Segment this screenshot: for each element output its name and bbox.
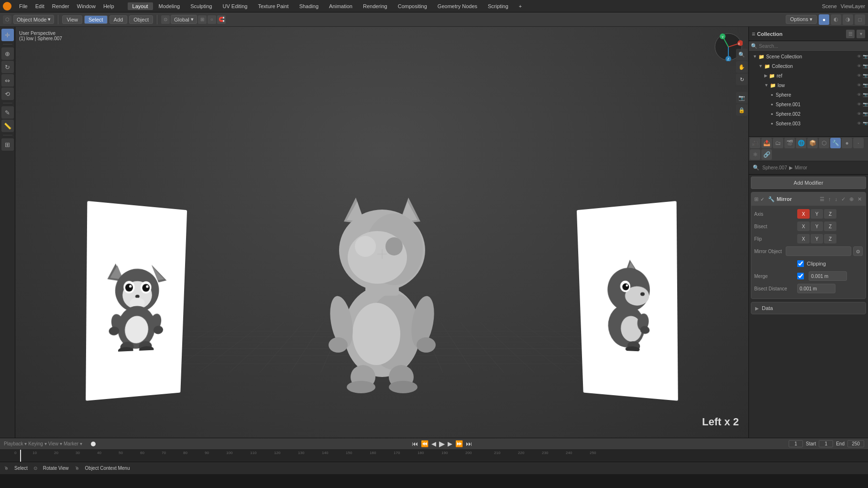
prop-tab-shader[interactable]: ● — [842, 138, 852, 148]
mirror-object-pick-btn[interactable]: ⊙ — [853, 246, 863, 256]
annotate-tool[interactable]: ✎ — [1, 106, 14, 119]
proportional-edit[interactable]: ○ — [208, 15, 216, 24]
end-frame-input[interactable] — [847, 440, 864, 447]
menu-edit[interactable]: Edit — [32, 2, 48, 10]
tree-collection[interactable]: ▼ 📁 Collection 👁 📷 — [749, 61, 868, 71]
add-btn[interactable]: Add — [110, 15, 128, 24]
next-frame-btn[interactable]: ⏩ — [455, 440, 463, 447]
mod-move-down-icon[interactable]: ↓ — [834, 195, 839, 203]
outliner-search-input[interactable] — [759, 44, 866, 49]
axis-y-btn[interactable]: Y — [811, 209, 823, 219]
transform-tool[interactable]: ⟲ — [1, 88, 14, 100]
viewport-camera-btn[interactable]: 📷 — [736, 92, 747, 103]
workspace-layout[interactable]: Layout — [128, 2, 153, 10]
play-btn[interactable]: ▶ — [439, 439, 445, 448]
tree-sphere-003[interactable]: ⚬ Sphere.003 👁 📷 — [749, 119, 868, 125]
jump-start-btn[interactable]: ⏮ — [412, 440, 418, 447]
viewport-nav-zoom[interactable]: 🔍 — [736, 49, 747, 60]
menu-file[interactable]: File — [15, 2, 32, 10]
bisect-y-btn[interactable]: Y — [811, 222, 823, 231]
tree-sphere[interactable]: ⚬ Sphere 👁 📷 — [749, 90, 868, 100]
current-frame-input[interactable] — [789, 440, 803, 447]
shade-material-btn[interactable]: ◐ — [831, 14, 841, 25]
prev-frame-btn[interactable]: ⏪ — [421, 440, 429, 447]
tree-scene-collection[interactable]: ▼ 📁 Scene Collection 👁 📷 — [749, 52, 868, 61]
prop-tab-particles[interactable]: · — [853, 138, 864, 148]
transform-orientation[interactable]: Global ▾ — [171, 15, 197, 24]
view-dropdown[interactable]: View ▾ — [48, 441, 62, 446]
rotate-tool[interactable]: ↻ — [1, 61, 14, 73]
workspace-uv-editing[interactable]: UV Editing — [218, 2, 252, 10]
workspace-shading[interactable]: Shading — [295, 2, 323, 10]
jump-end-btn[interactable]: ⏭ — [466, 440, 472, 447]
mod-apply-icon[interactable]: ✓ — [840, 195, 846, 203]
viewport-lock-btn[interactable]: 🔒 — [736, 104, 747, 116]
prop-tab-object[interactable]: 📦 — [807, 138, 818, 148]
cursor-tool[interactable]: ✛ — [1, 29, 14, 41]
axis-z-btn[interactable]: Z — [824, 209, 836, 219]
prop-tab-mesh[interactable]: ⬡ — [819, 138, 829, 148]
prop-tab-view-layer[interactable]: 🗂 — [773, 138, 783, 148]
menu-window[interactable]: Window — [73, 2, 99, 10]
breadcrumb-object[interactable]: Sphere.007 — [762, 165, 787, 170]
workspace-sculpting[interactable]: Sculpting — [186, 2, 217, 10]
workspace-texture-paint[interactable]: Texture Paint — [253, 2, 293, 10]
mode-dropdown[interactable]: Object Mode ▾ — [13, 15, 54, 24]
mod-delete-icon[interactable]: ✕ — [857, 195, 863, 203]
add-modifier-btn[interactable]: Add Modifier — [751, 177, 866, 189]
prop-tab-constraint[interactable]: 🔗 — [761, 149, 772, 160]
keying-dropdown[interactable]: Keying ▾ — [28, 441, 46, 446]
tree-low[interactable]: ▼ 📁 low 👁 📷 — [749, 80, 868, 90]
flip-x-btn[interactable]: X — [797, 234, 810, 244]
menu-render[interactable]: Render — [48, 2, 73, 10]
add-object-tool[interactable]: ⊞ — [1, 138, 14, 151]
breadcrumb-modifier[interactable]: Mirror — [795, 165, 807, 170]
view-btn[interactable]: View — [62, 15, 82, 24]
merge-value-input[interactable] — [809, 271, 847, 281]
viewport-canvas[interactable]: User Perspective (1) low | Sphere.007 — [15, 27, 748, 438]
outliner-menu-btn[interactable]: ▾ — [857, 30, 865, 38]
playback-dropdown[interactable]: Playback ▾ — [4, 441, 27, 446]
prop-tab-render[interactable]: 🎥 — [750, 138, 760, 148]
viewport-nav-rotate[interactable]: ↻ — [736, 74, 747, 85]
flip-y-btn[interactable]: Y — [811, 234, 823, 244]
workspace-geometry-nodes[interactable]: Geometry Nodes — [433, 2, 482, 10]
viewport-nav-pan[interactable]: ✋ — [736, 61, 747, 73]
next-keyframe-btn[interactable]: ▶ — [448, 440, 452, 447]
mirror-object-input[interactable] — [786, 246, 851, 256]
tree-sphere-002[interactable]: ⚬ Sphere.002 👁 📷 — [749, 109, 868, 119]
workspace-compositing[interactable]: Compositing — [393, 2, 432, 10]
prop-tab-physics[interactable]: ⚛ — [750, 149, 760, 160]
snap-icon[interactable]: ⊙ — [161, 15, 170, 24]
workspace-scripting[interactable]: Scripting — [483, 2, 513, 10]
workspace-animation[interactable]: Animation — [324, 2, 357, 10]
shade-solid-btn[interactable]: ● — [819, 14, 829, 25]
shade-wireframe-btn[interactable]: □ — [855, 14, 865, 25]
mod-move-up-icon[interactable]: ↑ — [827, 195, 832, 203]
bisect-x-btn[interactable]: X — [797, 222, 810, 231]
options-btn[interactable]: Options ▾ — [786, 15, 817, 24]
transform-pivot[interactable]: ⊞ — [198, 15, 207, 24]
prop-tab-scene[interactable]: 🎬 — [784, 138, 795, 148]
outliner-filter-btn[interactable]: ☰ — [846, 30, 855, 38]
shade-rendered-btn[interactable]: ◑ — [843, 14, 853, 25]
scale-tool[interactable]: ⇔ — [1, 74, 14, 87]
blender-logo[interactable] — [3, 2, 11, 11]
move-tool[interactable]: ⊕ — [1, 47, 14, 60]
data-header[interactable]: ▶ Data — [751, 302, 866, 314]
modifier-check[interactable]: ✓ — [760, 197, 764, 202]
start-frame-input[interactable] — [819, 440, 833, 447]
timeline-track[interactable]: 0 10 20 30 40 50 60 70 80 90 100 110 120… — [0, 450, 868, 462]
snap-toggle[interactable]: 🧲 — [217, 15, 226, 24]
tree-ref[interactable]: ▶ 📁 ref 👁 📷 — [749, 71, 868, 80]
prop-search-icon[interactable]: 🔍 — [753, 165, 759, 171]
workspace-modeling[interactable]: Modeling — [154, 2, 185, 10]
tree-sphere-001[interactable]: ⚬ Sphere.001 👁 📷 — [749, 100, 868, 109]
object-btn[interactable]: Object — [129, 15, 153, 24]
prev-keyframe-btn[interactable]: ◀ — [431, 440, 436, 447]
measure-tool[interactable]: 📏 — [1, 120, 14, 132]
workspace-rendering[interactable]: Rendering — [358, 2, 392, 10]
select-btn[interactable]: Select — [84, 15, 108, 24]
workspace-add[interactable]: + — [514, 2, 527, 10]
bisect-distance-input[interactable] — [797, 284, 835, 293]
